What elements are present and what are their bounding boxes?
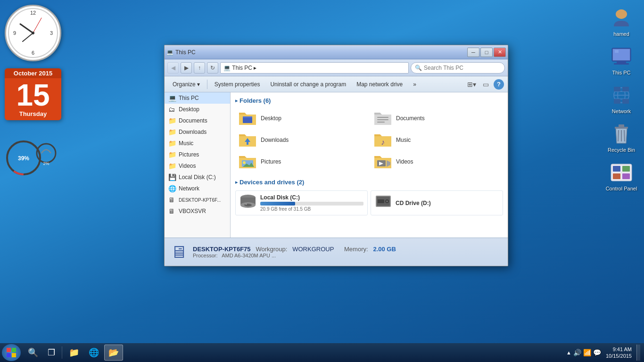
nav-item-downloads[interactable]: 📁 Downloads bbox=[165, 126, 230, 138]
organize-button[interactable]: Organize ▾ bbox=[168, 78, 204, 90]
system-properties-label: System properties bbox=[215, 81, 260, 88]
close-button[interactable]: ✕ bbox=[494, 48, 506, 57]
videos-nav-icon: 📁 bbox=[168, 162, 177, 170]
uninstall-button[interactable]: Uninstall or change a program bbox=[266, 78, 350, 90]
tray-chevron[interactable]: ▲ bbox=[566, 350, 571, 355]
nav-item-network[interactable]: 🌐 Network bbox=[165, 183, 230, 194]
maximize-button[interactable]: □ bbox=[480, 48, 493, 57]
folder-item-documents[interactable]: Documents bbox=[371, 109, 503, 128]
local-disk-drive-icon bbox=[239, 194, 256, 212]
search-input[interactable] bbox=[424, 65, 490, 71]
window-title: This PC bbox=[175, 49, 196, 56]
hamed-icon bbox=[610, 7, 633, 29]
desktop-icon-control-panel[interactable]: Control Panel bbox=[603, 159, 639, 193]
nav-item-vboxsvr[interactable]: 🖥 VBOXSVR bbox=[165, 206, 230, 217]
clock-face: 12 3 6 9 bbox=[5, 5, 61, 61]
svg-point-57 bbox=[244, 204, 252, 206]
preview-pane-button[interactable]: ▭ bbox=[479, 78, 492, 90]
refresh-button[interactable]: ↻ bbox=[207, 62, 218, 74]
control-panel-label: Control Panel bbox=[606, 186, 637, 191]
back-button[interactable]: ◀ bbox=[167, 62, 179, 74]
title-bar-left: 💻 This PC bbox=[166, 49, 196, 56]
nav-item-local-disk[interactable]: 💾 Local Disk (C:) bbox=[165, 172, 230, 183]
nav-item-videos[interactable]: 📁 Videos bbox=[165, 160, 230, 172]
folder-item-music[interactable]: ♪ Music bbox=[371, 131, 503, 149]
address-text: This PC bbox=[232, 65, 252, 71]
drive-item-cd-drive[interactable]: CD Drive (D:) bbox=[371, 190, 503, 215]
svg-rect-18 bbox=[617, 61, 626, 63]
calendar-weekday: Thursday bbox=[5, 110, 61, 120]
local-disk-bar-fill bbox=[260, 202, 295, 206]
svg-rect-66 bbox=[7, 353, 11, 357]
svg-text:9: 9 bbox=[13, 30, 16, 36]
svg-point-8 bbox=[32, 32, 34, 34]
more-button[interactable]: » bbox=[409, 78, 421, 90]
nav-item-documents[interactable]: 📁 Documents bbox=[165, 115, 230, 126]
network-label: Network bbox=[612, 108, 631, 114]
svg-point-58 bbox=[246, 204, 247, 205]
nav-item-desktop[interactable]: 🗂 Desktop bbox=[165, 104, 230, 115]
svg-text:♪: ♪ bbox=[381, 138, 385, 146]
nav-desktop-label: Desktop bbox=[179, 106, 199, 113]
up-button[interactable]: ↑ bbox=[194, 62, 205, 74]
address-path[interactable]: 💻 This PC ▸ bbox=[220, 62, 409, 74]
forward-button[interactable]: ▶ bbox=[181, 62, 192, 74]
nav-videos-label: Videos bbox=[179, 163, 196, 169]
folder-item-videos[interactable]: Videos bbox=[371, 152, 503, 171]
desktop-icon-this-pc[interactable]: This PC bbox=[603, 43, 639, 77]
cd-drive-icon bbox=[375, 194, 392, 212]
explorer-window: 💻 This PC ─ □ ✕ ◀ ▶ ↑ ↻ 💻 This PC ▸ 🔍 Or… bbox=[164, 45, 508, 266]
file-manager-taskbar-button[interactable]: 📁 bbox=[65, 345, 83, 361]
view-toggle-button[interactable]: ⊞▾ bbox=[465, 78, 478, 90]
nav-item-this-pc[interactable]: 💻 This PC bbox=[165, 92, 230, 104]
recycle-bin-label: Recycle Bin bbox=[608, 147, 635, 153]
minimize-button[interactable]: ─ bbox=[467, 48, 479, 57]
window-icon: 💻 bbox=[166, 49, 173, 56]
svg-rect-32 bbox=[619, 124, 624, 127]
search-taskbar-button[interactable]: 🔍 bbox=[24, 345, 42, 361]
tray-network[interactable]: 📶 bbox=[583, 349, 591, 356]
sysmon-widget: 39% 2% bbox=[5, 139, 61, 177]
help-button[interactable]: ? bbox=[494, 79, 504, 90]
taskbar: 🔍 ❐ 📁 🌐 📂 ▲ 🔊 📶 💬 9:41 AM 10/15/2015 bbox=[0, 343, 644, 362]
address-icon: 💻 bbox=[223, 65, 231, 71]
svg-point-63 bbox=[387, 201, 388, 202]
svg-rect-40 bbox=[622, 173, 630, 179]
nav-item-music[interactable]: 📁 Music bbox=[165, 138, 230, 149]
desktop-kpt-nav-icon: 🖥 bbox=[168, 196, 177, 204]
edge-taskbar-button[interactable]: 🌐 bbox=[84, 345, 103, 361]
explorer-taskbar-button[interactable]: 📂 bbox=[104, 345, 123, 361]
folder-item-desktop[interactable]: Desktop bbox=[235, 109, 368, 128]
task-view-button[interactable]: ❐ bbox=[43, 345, 59, 361]
svg-rect-26 bbox=[614, 87, 620, 91]
nav-item-desktop-kpt[interactable]: 🖥 DESKTOP-KPT6F... bbox=[165, 194, 230, 206]
main-area: 💻 This PC 🗂 Desktop 📁 Documents 📁 Downlo… bbox=[165, 92, 508, 238]
tray-message[interactable]: 💬 bbox=[593, 349, 601, 356]
status-workgroup-value: WORKGROUP bbox=[292, 246, 334, 253]
svg-rect-20 bbox=[615, 50, 619, 53]
desktop-icon-hamed[interactable]: hamed bbox=[603, 5, 639, 39]
map-drive-button[interactable]: Map network drive bbox=[352, 78, 407, 90]
folder-item-downloads[interactable]: Downloads bbox=[235, 131, 368, 149]
folder-item-pictures[interactable]: Pictures bbox=[235, 152, 368, 171]
status-memory-label: Memory: bbox=[344, 246, 368, 253]
svg-rect-19 bbox=[614, 63, 629, 65]
search-box[interactable]: 🔍 bbox=[411, 62, 505, 74]
status-processor-label: Processor: bbox=[193, 253, 218, 258]
organize-label: Organize bbox=[173, 81, 196, 88]
start-button[interactable] bbox=[2, 344, 21, 361]
desktop-icon-network[interactable]: Network bbox=[603, 82, 639, 116]
nav-item-pictures[interactable]: 📁 Pictures bbox=[165, 149, 230, 160]
taskbar-time: 9:41 AM bbox=[613, 346, 632, 353]
taskbar-separator bbox=[62, 346, 62, 359]
taskbar-clock[interactable]: 9:41 AM 10/15/2015 bbox=[604, 346, 634, 360]
desktop-icons: hamed This PC bbox=[603, 5, 639, 193]
svg-rect-44 bbox=[377, 119, 388, 120]
system-properties-button[interactable]: System properties bbox=[210, 78, 264, 90]
local-disk-bar-container bbox=[260, 202, 363, 206]
cd-drive-name: CD Drive (D:) bbox=[396, 200, 499, 206]
desktop-icon-recycle-bin[interactable]: Recycle Bin bbox=[603, 121, 639, 155]
show-desktop-button[interactable] bbox=[636, 345, 640, 361]
drive-item-local-disk[interactable]: Local Disk (C:) 20.9 GB free of 31.5 GB bbox=[235, 190, 368, 215]
tray-volume[interactable]: 🔊 bbox=[573, 349, 581, 356]
